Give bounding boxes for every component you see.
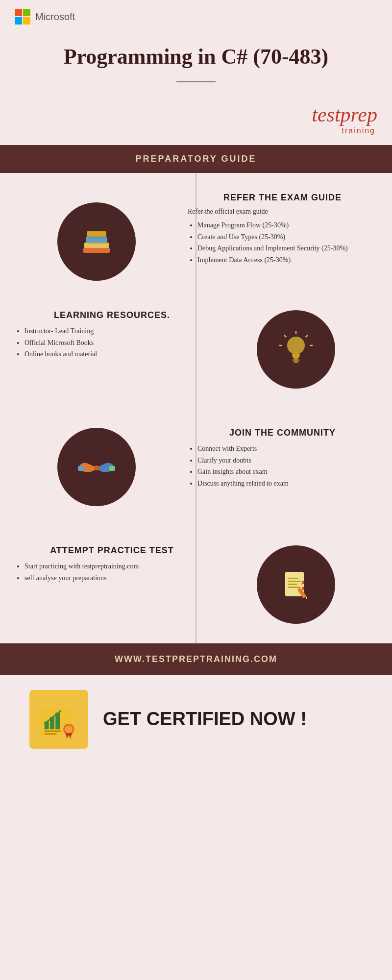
svg-text:✗: ✗ xyxy=(301,580,305,586)
list-item: Start practicing with testpreptraining.c… xyxy=(24,561,209,572)
list-item: Discuss anything related to exam xyxy=(197,478,377,490)
books-icon-circle xyxy=(57,202,136,281)
community-text: JOIN THE COMMUNITY Connect with Experts … xyxy=(178,428,377,490)
test-icon-circle: ✗ ✗ xyxy=(257,545,335,624)
timeline-wrapper: REFER THE EXAM GUIDE Refer the official … xyxy=(0,173,392,643)
svg-rect-18 xyxy=(288,578,298,579)
list-item: Implement Data Access (25-30%) xyxy=(197,254,377,266)
svg-rect-19 xyxy=(288,581,301,582)
testprep-logo-block: testprep training xyxy=(0,103,392,145)
footer-dark: WWW.TESTPREPTRAINING.COM xyxy=(0,643,392,675)
certificate-icon xyxy=(37,697,81,741)
svg-line-10 xyxy=(306,335,308,337)
svg-rect-20 xyxy=(288,584,297,585)
exam-guide-list: Manage Program Flow (25-30%) Create and … xyxy=(188,220,377,266)
header: Microsoft xyxy=(0,0,392,29)
exam-guide-row: REFER THE EXAM GUIDE Refer the official … xyxy=(0,173,392,300)
handshake-icon xyxy=(77,447,116,487)
list-item: Create and Use Types (25-30%) xyxy=(197,231,377,243)
practice-text-area: ATTEMPT PRACTICE TEST Start practicing w… xyxy=(15,545,214,584)
list-item: Debug Applications and Implement Securit… xyxy=(197,243,377,254)
books-icon-area xyxy=(15,193,178,281)
svg-rect-15 xyxy=(109,466,115,471)
practice-block: ATTEMPT PRACTICE TEST Start practicing w… xyxy=(15,545,209,584)
svg-rect-0 xyxy=(84,243,109,248)
handshake-icon-area xyxy=(15,428,178,506)
microsoft-name: Microsoft xyxy=(35,11,75,23)
prep-banner-text: PREPARATORY GUIDE xyxy=(135,154,256,164)
community-row: JOIN THE COMMUNITY Connect with Experts … xyxy=(0,408,392,526)
books-icon xyxy=(77,222,116,261)
test-icon: ✗ ✗ xyxy=(276,565,316,604)
certify-section: GET CERTIFIED NOW ! xyxy=(0,675,392,763)
svg-point-34 xyxy=(65,725,73,733)
svg-rect-8 xyxy=(294,361,298,363)
list-item: Online books and material xyxy=(24,348,209,360)
lightbulb-icon xyxy=(276,330,316,369)
footer-url: WWW.TESTPREPTRAINING.COM xyxy=(115,654,277,664)
practice-row: ATTEMPT PRACTICE TEST Start practicing w… xyxy=(0,526,392,643)
svg-rect-14 xyxy=(78,466,84,471)
exam-guide-block: REFER THE EXAM GUIDE Refer the official … xyxy=(188,193,377,266)
community-list: Connect with Experts Clarify your doubts… xyxy=(188,443,377,490)
list-item: Gain insights about exam xyxy=(197,466,377,478)
test-icon-area: ✗ ✗ xyxy=(214,545,377,624)
svg-rect-2 xyxy=(83,248,110,253)
microsoft-logo xyxy=(15,9,30,24)
svg-rect-21 xyxy=(288,587,300,588)
list-item: Connect with Experts xyxy=(197,443,377,455)
svg-rect-7 xyxy=(293,359,299,361)
brand-name: testprep xyxy=(312,103,377,126)
svg-marker-26 xyxy=(306,599,308,601)
svg-point-6 xyxy=(287,337,305,354)
handshake-icon-circle xyxy=(57,428,136,506)
prep-banner: PREPARATORY GUIDE xyxy=(0,145,392,173)
svg-rect-1 xyxy=(86,237,107,243)
svg-rect-3 xyxy=(87,231,106,237)
exam-guide-subtitle: Refer the official exam guide xyxy=(188,208,377,216)
certify-icon xyxy=(29,690,88,749)
exam-guide-title: REFER THE EXAM GUIDE xyxy=(188,193,377,203)
learning-text-area: LEARNING RESOURCES. Instructor- Lead Tra… xyxy=(15,310,214,360)
learning-list: Instructor- Lead Training Official Micro… xyxy=(15,325,209,360)
learning-title: LEARNING RESOURCES. xyxy=(15,310,209,320)
svg-line-12 xyxy=(284,335,286,337)
community-title: JOIN THE COMMUNITY xyxy=(188,428,377,438)
list-item: Instructor- Lead Training xyxy=(24,325,209,337)
lightbulb-icon-area xyxy=(214,310,377,389)
learning-resources-row: LEARNING RESOURCES. Instructor- Lead Tra… xyxy=(0,300,392,408)
learning-block: LEARNING RESOURCES. Instructor- Lead Tra… xyxy=(15,310,209,360)
brand-sub: training xyxy=(0,126,377,135)
svg-rect-32 xyxy=(45,733,57,735)
connector-1 xyxy=(196,212,208,213)
hero-divider xyxy=(176,81,216,82)
list-item: Clarify your doubts xyxy=(197,455,377,466)
community-block: JOIN THE COMMUNITY Connect with Experts … xyxy=(188,428,377,490)
hero-title: Programming in C# (70-483) xyxy=(29,44,363,70)
svg-point-16 xyxy=(94,466,99,470)
hero-section: Programming in C# (70-483) xyxy=(0,29,392,103)
exam-guide-text: REFER THE EXAM GUIDE Refer the official … xyxy=(178,193,377,266)
practice-list: Start practicing with testpreptraining.c… xyxy=(15,561,209,584)
list-item: Official Microsoft Books xyxy=(24,337,209,349)
lightbulb-icon-circle xyxy=(257,310,335,389)
list-item: self analyse your preparations xyxy=(24,572,209,584)
svg-rect-31 xyxy=(45,730,61,732)
certify-text: GET CERTIFIED NOW ! xyxy=(103,709,307,730)
practice-title: ATTEMPT PRACTICE TEST xyxy=(15,545,209,556)
list-item: Manage Program Flow (25-30%) xyxy=(197,220,377,231)
